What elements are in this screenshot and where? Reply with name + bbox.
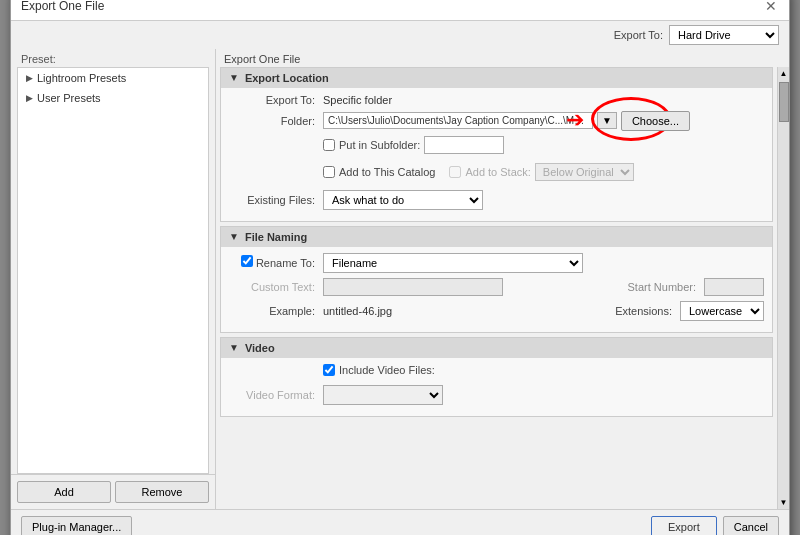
video-format-dropdown[interactable] [323,385,443,405]
include-video-label: Include Video Files: [339,364,435,376]
export-button[interactable]: Export [651,516,717,536]
folder-field-label: Folder: [229,115,319,127]
expand-arrow-icon: ▶ [26,93,33,103]
video-header[interactable]: ▼ Video [221,338,772,358]
scroll-up-button[interactable]: ▲ [778,67,789,80]
file-naming-body: Rename To: Filename Custom Text: [221,247,772,332]
cancel-button[interactable]: Cancel [723,516,779,536]
include-video-row: Include Video Files: [229,364,764,380]
scroll-track: ▲ ▼ [777,67,789,509]
file-naming-title: File Naming [245,231,307,243]
stack-position-dropdown[interactable]: Below Original [535,163,634,181]
export-location-header[interactable]: ▼ Export Location [221,68,772,88]
export-location-body: Export To: Specific folder Folder: ▼ [221,88,772,221]
file-naming-header[interactable]: ▼ File Naming [221,227,772,247]
scroll-down-button[interactable]: ▼ [778,496,789,509]
main-subtitle: Export One File [216,49,789,67]
existing-files-label: Existing Files: [229,194,319,206]
subfolder-checkbox-row: Put in Subfolder: [323,136,504,154]
rename-to-label: Rename To: [256,257,315,269]
file-naming-collapse-icon: ▼ [229,231,239,242]
extensions-dropdown[interactable]: Lowercase [680,301,764,321]
video-format-row: Video Format: [229,385,764,405]
preset-label: Preset: [11,49,215,67]
sidebar-item-label: User Presets [37,92,101,104]
scroll-area: ▼ Export Location Export To: Specific fo… [216,67,777,509]
catalog-stack-group: Add to This Catalog Add to Stack: Below … [323,163,634,185]
scroll-thumb[interactable] [779,82,789,122]
sidebar-item-user-presets[interactable]: ▶ User Presets [18,88,208,108]
sidebar: Preset: ▶ Lightroom Presets ▶ User Prese… [11,49,216,509]
include-video-checkbox-row: Include Video Files: [323,364,435,376]
export-to-field-value: Specific folder [323,94,392,106]
subfolder-form-row: Put in Subfolder: [229,136,764,158]
main-row: Preset: ▶ Lightroom Presets ▶ User Prese… [11,49,789,509]
section-title: Export Location [245,72,329,84]
choose-btn-wrapper: ➔ Choose... [621,111,690,131]
add-to-catalog-checkbox[interactable] [323,166,335,178]
export-to-form-row: Export To: Specific folder [229,94,764,106]
include-video-checkbox[interactable] [323,364,335,376]
custom-text-label: Custom Text: [229,281,319,293]
custom-text-input[interactable] [323,278,503,296]
folder-path-input[interactable] [323,112,593,129]
start-number-input[interactable] [704,278,764,296]
video-body: Include Video Files: Video Format: [221,358,772,416]
example-value: untitled-46.jpg [323,305,392,317]
video-collapse-icon: ▼ [229,342,239,353]
main-content: Export One File ▼ Export Location Export… [216,49,789,509]
plugin-manager-button[interactable]: Plug-in Manager... [21,516,132,536]
start-number-label: Start Number: [628,281,700,293]
rename-to-checkbox[interactable] [241,255,253,267]
export-dialog: Export One File ✕ Export To: Hard Drive … [10,0,790,535]
preset-tree: ▶ Lightroom Presets ▶ User Presets [17,67,209,474]
add-to-stack-label: Add to Stack: [465,166,530,178]
scroll-wrapper: ▼ Export Location Export To: Specific fo… [216,67,789,509]
title-bar: Export One File ✕ [11,0,789,21]
choose-button[interactable]: Choose... [621,111,690,131]
example-row: Example: untitled-46.jpg Extensions: Low… [229,301,764,321]
extensions-label: Extensions: [615,305,676,317]
add-to-stack-checkbox[interactable] [449,166,461,178]
add-preset-button[interactable]: Add [17,481,111,503]
export-to-field-label: Export To: [229,94,319,106]
sidebar-bottom-buttons: Add Remove [11,474,215,509]
bottom-bar: Plug-in Manager... Export Cancel [11,509,789,536]
top-export-to-label: Export To: [614,29,663,41]
folder-form-row: Folder: ▼ ➔ Choose... [229,111,764,131]
remove-preset-button[interactable]: Remove [115,481,209,503]
catalog-stack-row: Add to This Catalog Add to Stack: Below … [229,163,764,185]
custom-text-row: Custom Text: Start Number: [229,278,764,296]
rename-to-row: Rename To: Filename [229,253,764,273]
existing-files-form-row: Existing Files: Ask what to do [229,190,764,210]
sidebar-item-label: Lightroom Presets [37,72,126,84]
close-button[interactable]: ✕ [763,0,779,14]
add-to-stack-row: Add to Stack: Below Original [449,163,633,181]
bottom-right-buttons: Export Cancel [651,516,779,536]
rename-checkbox-row: Rename To: Filename [229,253,583,273]
export-location-section: ▼ Export Location Export To: Specific fo… [220,67,773,222]
folder-input-group: ▼ ➔ Choose... [323,111,690,131]
add-to-catalog-row: Add to This Catalog [323,166,435,178]
example-label: Example: [229,305,319,317]
export-to-dropdown[interactable]: Hard Drive [669,25,779,45]
existing-files-dropdown[interactable]: Ask what to do [323,190,483,210]
sidebar-item-lightroom-presets[interactable]: ▶ Lightroom Presets [18,68,208,88]
file-naming-section: ▼ File Naming Rename To: [220,226,773,333]
subfolder-name-input[interactable] [424,136,504,154]
top-export-row: Export To: Hard Drive [11,21,789,49]
subfolder-checkbox[interactable] [323,139,335,151]
section-collapse-icon: ▼ [229,72,239,83]
video-title: Video [245,342,275,354]
add-to-catalog-label: Add to This Catalog [339,166,435,178]
subfolder-label: Put in Subfolder: [339,139,420,151]
rename-to-dropdown[interactable]: Filename [323,253,583,273]
dialog-title: Export One File [21,0,104,13]
expand-arrow-icon: ▶ [26,73,33,83]
video-format-label: Video Format: [229,389,319,401]
video-section: ▼ Video Include Video Files: [220,337,773,417]
folder-dropdown-button[interactable]: ▼ [597,112,617,129]
